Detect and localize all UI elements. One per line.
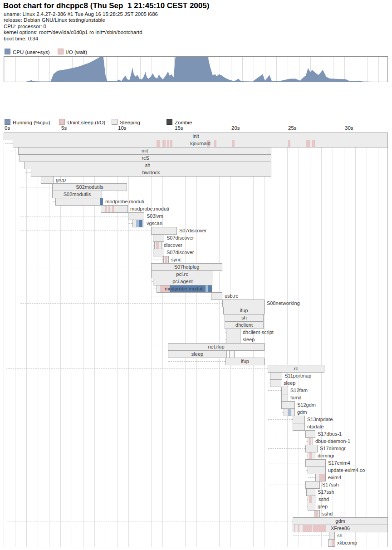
process-label: S07discover: [167, 249, 194, 256]
cpu-area-polygon: [4, 57, 387, 82]
process-bar: [308, 496, 316, 503]
process-bar: [55, 198, 103, 206]
process-label: S12gdm: [297, 401, 316, 409]
process-label: S17ssh: [318, 488, 334, 496]
process-bar: [305, 445, 318, 452]
info-line: uname: Linux 2.4.27-2-386 #1 Tue Aug 16 …: [4, 11, 158, 17]
process-state-legend: Running (%cpu)Unint.sleep (I/O)SleepingZ…: [5, 119, 192, 125]
tree-connector: [155, 347, 168, 347]
page-title: Boot chart for dhcppc8 (Thu Sep 1 21:45:…: [3, 1, 209, 10]
process-label: grep: [56, 176, 66, 184]
tree-connector: [21, 180, 41, 180]
process-bar: [128, 212, 144, 220]
process-gantt-chart: initkjournaldinitrcSshhwclockgrepS02modu…: [4, 133, 388, 547]
process-bar: [284, 408, 295, 416]
process-bar: [154, 241, 162, 249]
info-line: CPU: processor: 0: [4, 24, 158, 29]
process-label: S03lvm: [147, 212, 163, 220]
io-wait-segment: [332, 540, 335, 546]
process-bar: [308, 503, 315, 511]
time-axis-tick: 5s: [61, 125, 67, 131]
legend-label: Zombie: [175, 120, 192, 125]
time-axis-tick: 10s: [118, 125, 127, 131]
running-segment: [288, 409, 291, 416]
process-bar: [41, 176, 54, 184]
process-bar: [270, 379, 281, 387]
tree-connector: [168, 361, 225, 362]
process-label: modprobe.moduti: [157, 285, 211, 292]
process-bar: modprobe.moduti: [157, 285, 212, 293]
process-bar: [314, 510, 320, 518]
process-label: init: [4, 133, 387, 140]
process-bar: [226, 329, 240, 336]
tree-connector: [308, 477, 315, 478]
process-label: sh: [225, 314, 263, 321]
process-bar: [132, 220, 144, 227]
process-label: S07discover: [179, 227, 207, 235]
io-wait-segment: [112, 206, 114, 212]
process-label: famd: [290, 394, 301, 402]
tree-connector: [268, 434, 305, 434]
process-bar: [281, 401, 295, 409]
process-bar: hwclock: [31, 169, 271, 177]
process-label: S02modutils: [53, 184, 127, 191]
process-bar: init: [18, 147, 271, 155]
tree-connector: [308, 514, 314, 514]
legend-label: Unint.sleep (I/O): [67, 120, 105, 125]
process-label: dirmngr: [318, 452, 334, 460]
info-line: kernel options: root=/dev/ida/c0d0p1 ro …: [4, 29, 158, 35]
process-legend-item: Running (%cpu): [5, 119, 50, 125]
process-bar: [281, 387, 288, 394]
running-segment: [136, 220, 139, 227]
process-bar: [305, 481, 320, 489]
process-label: update-exim4.co: [328, 467, 365, 474]
process-bar: [293, 416, 305, 423]
io-wait-segment: [105, 206, 107, 212]
process-bar: [305, 459, 326, 467]
running-legend-swatch-icon: [5, 119, 10, 125]
time-axis-tick: 0s: [5, 125, 10, 131]
process-bar: [211, 292, 222, 300]
process-bar: pci.rc: [151, 270, 213, 278]
io-wait-segment: [315, 511, 318, 517]
process-bar: dhclient: [225, 321, 264, 329]
cpu-legend-swatch-icon: [5, 49, 10, 54]
process-label: sleep: [168, 351, 226, 358]
tree-connector: [20, 303, 222, 304]
process-legend-item: Zombie: [167, 119, 192, 125]
process-label: kjournald: [13, 140, 387, 147]
cpu-legend-item: I/O (wait): [58, 49, 87, 55]
info-line: release: Debian GNU/Linux testing/unstab…: [4, 17, 158, 23]
tree-connector: [5, 143, 13, 144]
process-label: ntpdate: [307, 423, 324, 431]
process-bar: [151, 227, 177, 235]
tree-connector: [6, 521, 293, 521]
time-axis-tick: 25s: [288, 125, 297, 131]
cpu-area-plot: [4, 57, 387, 82]
process-label: S17ssh: [322, 481, 339, 489]
process-label: sleep: [243, 336, 255, 344]
process-bar: sleep: [168, 350, 227, 358]
process-bar: [308, 437, 313, 445]
io-wait-segment: [309, 438, 311, 445]
tree-connector: [20, 187, 52, 187]
running-segment: [139, 220, 142, 227]
process-bar: S02modutils: [52, 191, 102, 198]
tree-connector: [268, 448, 305, 449]
process-label: grep: [318, 503, 328, 511]
io-wait-segment: [309, 452, 312, 459]
process-label: gdm: [297, 408, 307, 416]
process-legend-item: Sleeping: [112, 119, 140, 125]
time-axis-tick: 20s: [231, 125, 240, 131]
tree-connector: [20, 231, 151, 231]
running-segment: [100, 198, 103, 205]
tree-connector: [153, 289, 157, 289]
process-label: sleep: [284, 379, 295, 387]
io-legend-swatch-icon: [58, 49, 64, 54]
process-legend-item: Unint.sleep (I/O): [59, 119, 105, 125]
process-label: sshd: [322, 510, 333, 518]
process-bar: ifup: [223, 307, 265, 314]
process-bar: sh: [24, 162, 271, 169]
process-label: ifup: [224, 307, 264, 314]
process-label: S11portmap: [284, 372, 311, 380]
